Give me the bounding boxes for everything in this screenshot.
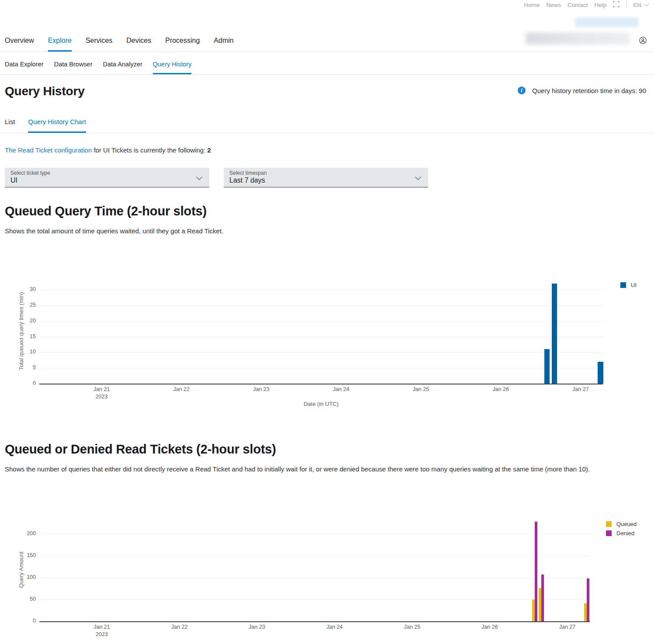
x-tick-label: Jan 26 (468, 624, 512, 630)
x-tick-label: Jan 25 (399, 386, 443, 392)
queued-denied-tickets-chart: Queued Denied 050100150200Jan 212023Jan … (0, 518, 654, 639)
legend-label: Queued (616, 521, 637, 527)
queued-query-time-section: Queued Query Time (2-hour slots) Shows t… (0, 204, 654, 409)
queued-denied-tickets-section: Queued or Denied Read Tickets (2-hour sl… (0, 442, 654, 639)
config-note-text: for UI Tickets is currently the followin… (92, 146, 207, 154)
section-desc-queued-query-time: Shows the total amount of time queries w… (0, 226, 633, 236)
x-tick-label: Jan 23 (239, 386, 283, 392)
retention-note: i Query history retention time in days: … (518, 87, 646, 94)
queued-query-time-chart: UI 051015202530Jan 212023Jan 22Jan 23Jan… (0, 278, 654, 409)
ticket-type-select-label: Select ticket type (10, 170, 192, 176)
page-title: Query History (5, 84, 85, 98)
nav-item-services[interactable]: Services (86, 37, 112, 52)
legend-item-denied[interactable]: Denied (606, 530, 637, 537)
divider (626, 1, 626, 8)
y-tick-label: 200 (17, 530, 36, 537)
user-account-icon[interactable] (639, 37, 647, 46)
x-tick-label: Jan 26 (479, 386, 523, 392)
ticket-type-select[interactable]: Select ticket type UI (5, 168, 209, 187)
topbar-link-contact[interactable]: Contact (567, 2, 588, 8)
chevron-down-icon (196, 174, 202, 180)
bar-ui (598, 362, 603, 384)
gridline (39, 599, 590, 600)
bar-ui (544, 349, 550, 384)
nav-item-overview[interactable]: Overview (5, 37, 34, 52)
y-tick-label: 50 (17, 596, 36, 602)
gridline (39, 578, 590, 578)
section-heading-queued-query-time: Queued Query Time (2-hour slots) (0, 204, 654, 218)
nav-item-processing[interactable]: Processing (165, 37, 200, 52)
bar-ui (552, 284, 557, 384)
gridline (39, 556, 590, 556)
y-tick-label: 0 (17, 618, 36, 624)
x-axis-line (39, 621, 590, 622)
y-tick-label: 30 (17, 286, 36, 292)
bar-denied (535, 522, 537, 621)
topbar-link-news[interactable]: News (546, 2, 561, 8)
tab-query-history-chart[interactable]: Query History Chart (28, 118, 86, 133)
x-tick-label: Jan 24 (319, 386, 363, 392)
legend-label: Denied (616, 530, 634, 537)
x-axis-title: Date (in UTC) (304, 401, 339, 407)
chevron-down-icon (415, 174, 421, 180)
redacted-brand-highlight (575, 17, 639, 27)
retention-note-text: Query history retention time in days: 90 (532, 87, 646, 94)
tab-list[interactable]: List (5, 118, 15, 133)
gridline (39, 352, 603, 353)
legend-swatch-queued (606, 521, 612, 527)
nav-item-admin[interactable]: Admin (214, 37, 233, 52)
subnav-item-data-explorer[interactable]: Data Explorer (5, 61, 44, 74)
x-tick-label: Jan 23 (235, 624, 279, 630)
bar-denied (587, 578, 589, 621)
y-tick-label: 0 (17, 380, 36, 386)
title-row: Query History i Query history retention … (0, 75, 654, 98)
x-tick-label: Jan 212023 (80, 624, 124, 637)
gridline (39, 290, 603, 290)
subnav-item-data-browser[interactable]: Data Browser (54, 61, 93, 74)
ticket-type-select-value: UI (10, 177, 192, 184)
redacted-brand-name (526, 32, 630, 45)
legend-swatch-ui (620, 282, 626, 288)
topbar-link-home[interactable]: Home (524, 2, 540, 8)
legend-item-queued[interactable]: Queued (606, 521, 637, 527)
section-heading-queued-denied: Queued or Denied Read Tickets (2-hour sl… (0, 442, 654, 457)
y-axis-title: Total queued query times (min) (18, 292, 24, 370)
tabs: List Query History Chart (0, 98, 654, 133)
x-tick-label: Jan 22 (159, 386, 203, 392)
chevron-down-icon (644, 1, 649, 6)
timespan-select-label: Select timespan (229, 170, 411, 176)
nav-item-explore[interactable]: Explore (48, 37, 72, 52)
x-tick-label: Jan 24 (313, 624, 356, 630)
utility-nav: Home News Contact Help EN (524, 1, 648, 9)
subnav-item-data-analyzer[interactable]: Data Analyzer (103, 61, 142, 74)
fullscreen-icon[interactable] (613, 1, 619, 9)
sub-nav: Data Explorer Data Browser Data Analyzer… (0, 52, 654, 75)
chart-legend: UI (620, 282, 637, 288)
legend-item-ui[interactable]: UI (620, 282, 637, 288)
gridline (39, 337, 603, 337)
timespan-select-value: Last 7 days (229, 177, 411, 184)
x-tick-label: Jan 27 (545, 624, 589, 630)
gridline (39, 321, 603, 322)
nav-item-devices[interactable]: Devices (126, 37, 151, 52)
timespan-select[interactable]: Select timespan Last 7 days (224, 168, 428, 187)
x-tick-label: Jan 25 (390, 624, 434, 630)
filters: Select ticket type UI Select timespan La… (0, 168, 654, 187)
config-note-value: 2 (208, 146, 211, 154)
legend-swatch-denied (606, 530, 612, 536)
x-tick-label: Jan 212023 (80, 386, 124, 400)
x-tick-label: Jan 27 (559, 386, 602, 392)
x-axis-line (39, 384, 603, 384)
x-tick-label: Jan 22 (158, 624, 201, 630)
section-desc-queued-denied: Shows the number of queries that either … (0, 464, 633, 474)
legend-label: UI (631, 282, 637, 288)
info-icon: i (518, 87, 526, 94)
bar-denied (541, 575, 544, 621)
subnav-item-query-history[interactable]: Query History (153, 61, 192, 74)
topbar-link-help[interactable]: Help (594, 2, 606, 8)
read-ticket-config-link[interactable]: The Read Ticket configuration (5, 146, 92, 154)
language-selector[interactable]: EN (633, 2, 648, 8)
language-label: EN (633, 2, 641, 8)
gridline (39, 534, 590, 534)
gridline (39, 368, 603, 368)
